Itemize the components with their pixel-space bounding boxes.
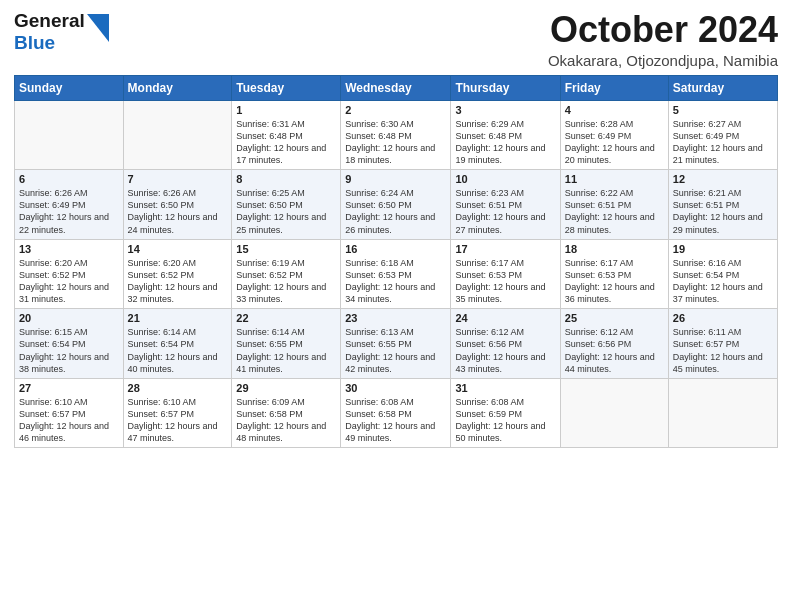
calendar-week-row: 13Sunrise: 6:20 AMSunset: 6:52 PMDayligh… bbox=[15, 239, 778, 309]
calendar-day-header: Thursday bbox=[451, 75, 560, 100]
day-number: 8 bbox=[236, 173, 336, 185]
calendar-week-row: 20Sunrise: 6:15 AMSunset: 6:54 PMDayligh… bbox=[15, 309, 778, 379]
svg-marker-0 bbox=[87, 14, 109, 42]
day-detail: Sunrise: 6:27 AMSunset: 6:49 PMDaylight:… bbox=[673, 118, 773, 167]
calendar-day-cell: 14Sunrise: 6:20 AMSunset: 6:52 PMDayligh… bbox=[123, 239, 232, 309]
calendar-day-header: Sunday bbox=[15, 75, 124, 100]
day-detail: Sunrise: 6:13 AMSunset: 6:55 PMDaylight:… bbox=[345, 326, 446, 375]
day-detail: Sunrise: 6:21 AMSunset: 6:51 PMDaylight:… bbox=[673, 187, 773, 236]
day-detail: Sunrise: 6:10 AMSunset: 6:57 PMDaylight:… bbox=[19, 396, 119, 445]
calendar-day-cell bbox=[123, 100, 232, 170]
calendar-day-cell: 22Sunrise: 6:14 AMSunset: 6:55 PMDayligh… bbox=[232, 309, 341, 379]
calendar-day-cell: 26Sunrise: 6:11 AMSunset: 6:57 PMDayligh… bbox=[668, 309, 777, 379]
day-detail: Sunrise: 6:08 AMSunset: 6:58 PMDaylight:… bbox=[345, 396, 446, 445]
day-detail: Sunrise: 6:23 AMSunset: 6:51 PMDaylight:… bbox=[455, 187, 555, 236]
page: General Blue October 2024 Okakarara, Otj… bbox=[0, 0, 792, 612]
day-number: 21 bbox=[128, 312, 228, 324]
calendar-day-cell: 25Sunrise: 6:12 AMSunset: 6:56 PMDayligh… bbox=[560, 309, 668, 379]
day-number: 19 bbox=[673, 243, 773, 255]
calendar-day-cell: 13Sunrise: 6:20 AMSunset: 6:52 PMDayligh… bbox=[15, 239, 124, 309]
day-detail: Sunrise: 6:10 AMSunset: 6:57 PMDaylight:… bbox=[128, 396, 228, 445]
calendar-day-cell: 24Sunrise: 6:12 AMSunset: 6:56 PMDayligh… bbox=[451, 309, 560, 379]
day-number: 25 bbox=[565, 312, 664, 324]
day-detail: Sunrise: 6:29 AMSunset: 6:48 PMDaylight:… bbox=[455, 118, 555, 167]
day-detail: Sunrise: 6:14 AMSunset: 6:55 PMDaylight:… bbox=[236, 326, 336, 375]
logo: General Blue bbox=[14, 10, 109, 54]
calendar-week-row: 27Sunrise: 6:10 AMSunset: 6:57 PMDayligh… bbox=[15, 378, 778, 448]
calendar-day-cell: 7Sunrise: 6:26 AMSunset: 6:50 PMDaylight… bbox=[123, 170, 232, 240]
calendar-day-header: Wednesday bbox=[341, 75, 451, 100]
day-number: 31 bbox=[455, 382, 555, 394]
calendar-day-cell: 28Sunrise: 6:10 AMSunset: 6:57 PMDayligh… bbox=[123, 378, 232, 448]
calendar-day-cell: 1Sunrise: 6:31 AMSunset: 6:48 PMDaylight… bbox=[232, 100, 341, 170]
day-number: 27 bbox=[19, 382, 119, 394]
calendar-day-header: Monday bbox=[123, 75, 232, 100]
day-number: 30 bbox=[345, 382, 446, 394]
day-detail: Sunrise: 6:17 AMSunset: 6:53 PMDaylight:… bbox=[455, 257, 555, 306]
day-detail: Sunrise: 6:25 AMSunset: 6:50 PMDaylight:… bbox=[236, 187, 336, 236]
calendar-day-cell bbox=[668, 378, 777, 448]
day-number: 1 bbox=[236, 104, 336, 116]
day-number: 9 bbox=[345, 173, 446, 185]
calendar-day-cell: 23Sunrise: 6:13 AMSunset: 6:55 PMDayligh… bbox=[341, 309, 451, 379]
calendar-day-header: Saturday bbox=[668, 75, 777, 100]
calendar-day-cell: 31Sunrise: 6:08 AMSunset: 6:59 PMDayligh… bbox=[451, 378, 560, 448]
day-number: 29 bbox=[236, 382, 336, 394]
calendar-day-cell: 8Sunrise: 6:25 AMSunset: 6:50 PMDaylight… bbox=[232, 170, 341, 240]
day-number: 2 bbox=[345, 104, 446, 116]
header: General Blue October 2024 Okakarara, Otj… bbox=[14, 10, 778, 69]
calendar-day-cell: 29Sunrise: 6:09 AMSunset: 6:58 PMDayligh… bbox=[232, 378, 341, 448]
location: Okakarara, Otjozondjupa, Namibia bbox=[548, 52, 778, 69]
day-number: 23 bbox=[345, 312, 446, 324]
day-number: 11 bbox=[565, 173, 664, 185]
day-number: 5 bbox=[673, 104, 773, 116]
calendar-day-cell: 30Sunrise: 6:08 AMSunset: 6:58 PMDayligh… bbox=[341, 378, 451, 448]
calendar-day-cell: 16Sunrise: 6:18 AMSunset: 6:53 PMDayligh… bbox=[341, 239, 451, 309]
day-number: 3 bbox=[455, 104, 555, 116]
day-number: 14 bbox=[128, 243, 228, 255]
day-detail: Sunrise: 6:09 AMSunset: 6:58 PMDaylight:… bbox=[236, 396, 336, 445]
calendar-day-cell: 2Sunrise: 6:30 AMSunset: 6:48 PMDaylight… bbox=[341, 100, 451, 170]
calendar-day-cell: 9Sunrise: 6:24 AMSunset: 6:50 PMDaylight… bbox=[341, 170, 451, 240]
calendar-day-cell: 5Sunrise: 6:27 AMSunset: 6:49 PMDaylight… bbox=[668, 100, 777, 170]
calendar-day-cell: 15Sunrise: 6:19 AMSunset: 6:52 PMDayligh… bbox=[232, 239, 341, 309]
day-detail: Sunrise: 6:12 AMSunset: 6:56 PMDaylight:… bbox=[565, 326, 664, 375]
day-number: 13 bbox=[19, 243, 119, 255]
calendar-day-cell: 17Sunrise: 6:17 AMSunset: 6:53 PMDayligh… bbox=[451, 239, 560, 309]
day-number: 7 bbox=[128, 173, 228, 185]
day-detail: Sunrise: 6:31 AMSunset: 6:48 PMDaylight:… bbox=[236, 118, 336, 167]
day-detail: Sunrise: 6:26 AMSunset: 6:50 PMDaylight:… bbox=[128, 187, 228, 236]
day-detail: Sunrise: 6:22 AMSunset: 6:51 PMDaylight:… bbox=[565, 187, 664, 236]
day-detail: Sunrise: 6:24 AMSunset: 6:50 PMDaylight:… bbox=[345, 187, 446, 236]
day-detail: Sunrise: 6:30 AMSunset: 6:48 PMDaylight:… bbox=[345, 118, 446, 167]
calendar-day-header: Friday bbox=[560, 75, 668, 100]
day-detail: Sunrise: 6:20 AMSunset: 6:52 PMDaylight:… bbox=[19, 257, 119, 306]
calendar-day-cell: 11Sunrise: 6:22 AMSunset: 6:51 PMDayligh… bbox=[560, 170, 668, 240]
calendar-day-cell: 12Sunrise: 6:21 AMSunset: 6:51 PMDayligh… bbox=[668, 170, 777, 240]
day-number: 20 bbox=[19, 312, 119, 324]
day-detail: Sunrise: 6:28 AMSunset: 6:49 PMDaylight:… bbox=[565, 118, 664, 167]
day-number: 24 bbox=[455, 312, 555, 324]
day-detail: Sunrise: 6:08 AMSunset: 6:59 PMDaylight:… bbox=[455, 396, 555, 445]
day-number: 26 bbox=[673, 312, 773, 324]
calendar-day-header: Tuesday bbox=[232, 75, 341, 100]
day-detail: Sunrise: 6:18 AMSunset: 6:53 PMDaylight:… bbox=[345, 257, 446, 306]
day-number: 10 bbox=[455, 173, 555, 185]
day-detail: Sunrise: 6:20 AMSunset: 6:52 PMDaylight:… bbox=[128, 257, 228, 306]
day-number: 6 bbox=[19, 173, 119, 185]
month-year: October 2024 bbox=[548, 10, 778, 50]
calendar-day-cell bbox=[15, 100, 124, 170]
calendar-header-row: SundayMondayTuesdayWednesdayThursdayFrid… bbox=[15, 75, 778, 100]
calendar-table: SundayMondayTuesdayWednesdayThursdayFrid… bbox=[14, 75, 778, 449]
calendar-day-cell: 3Sunrise: 6:29 AMSunset: 6:48 PMDaylight… bbox=[451, 100, 560, 170]
calendar-day-cell: 20Sunrise: 6:15 AMSunset: 6:54 PMDayligh… bbox=[15, 309, 124, 379]
day-detail: Sunrise: 6:15 AMSunset: 6:54 PMDaylight:… bbox=[19, 326, 119, 375]
title-block: October 2024 Okakarara, Otjozondjupa, Na… bbox=[548, 10, 778, 69]
calendar-week-row: 1Sunrise: 6:31 AMSunset: 6:48 PMDaylight… bbox=[15, 100, 778, 170]
day-number: 16 bbox=[345, 243, 446, 255]
day-detail: Sunrise: 6:11 AMSunset: 6:57 PMDaylight:… bbox=[673, 326, 773, 375]
calendar-week-row: 6Sunrise: 6:26 AMSunset: 6:49 PMDaylight… bbox=[15, 170, 778, 240]
calendar-day-cell: 19Sunrise: 6:16 AMSunset: 6:54 PMDayligh… bbox=[668, 239, 777, 309]
calendar-day-cell: 4Sunrise: 6:28 AMSunset: 6:49 PMDaylight… bbox=[560, 100, 668, 170]
calendar-day-cell bbox=[560, 378, 668, 448]
